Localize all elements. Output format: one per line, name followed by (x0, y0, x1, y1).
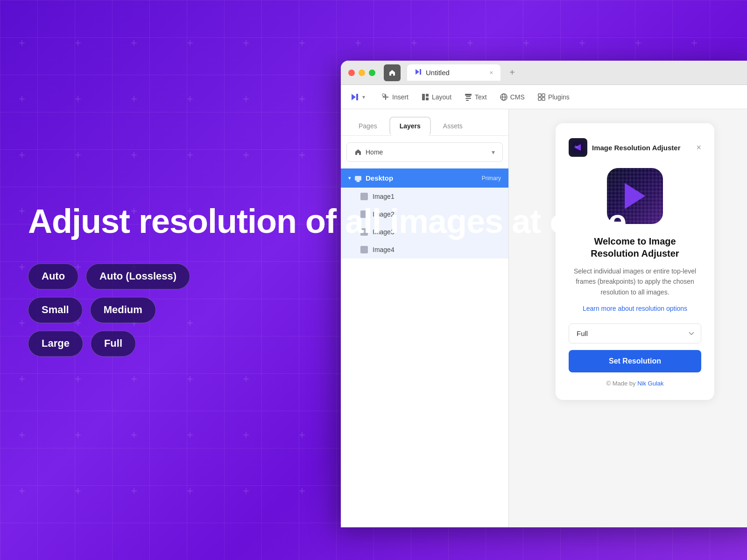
layout-label: Layout (432, 93, 451, 101)
traffic-light-yellow[interactable] (359, 70, 365, 76)
tab-pages[interactable]: Pages (348, 117, 388, 135)
layer-desktop-chevron: ▾ (348, 175, 351, 181)
svg-rect-1 (420, 69, 421, 75)
badge-row-3: Large Full (28, 331, 626, 357)
new-tab-button[interactable]: + (505, 66, 519, 80)
toolbar: ▾ Insert Layout Text CMS Plugins (341, 85, 747, 109)
image-icon (360, 193, 368, 200)
svg-rect-17 (538, 94, 541, 97)
svg-rect-28 (574, 147, 575, 147)
hero-title: Adjust resolution of all images at once (28, 203, 626, 240)
cms-button[interactable]: CMS (494, 90, 530, 104)
svg-rect-21 (355, 176, 361, 181)
badge-large: Large (28, 331, 83, 357)
browser-tab[interactable]: Untitled × (407, 64, 500, 81)
svg-rect-19 (538, 98, 541, 100)
svg-rect-22 (357, 181, 359, 182)
svg-marker-0 (416, 69, 419, 75)
dropdown-arrow-icon: ▾ (492, 148, 495, 156)
svg-rect-8 (426, 94, 429, 97)
svg-rect-11 (466, 96, 471, 97)
text-button[interactable]: Text (459, 90, 493, 104)
traffic-light-red[interactable] (348, 70, 355, 76)
svg-rect-6 (382, 94, 385, 96)
logo-chevron: ▾ (362, 94, 365, 100)
plugin-icon-box (569, 138, 587, 157)
badge-medium: Medium (90, 297, 156, 323)
home-dropdown-label: Home (366, 148, 383, 156)
svg-rect-26 (575, 146, 576, 147)
plugins-label: Plugins (548, 93, 570, 101)
svg-rect-18 (542, 94, 545, 97)
badge-auto: Auto (28, 264, 78, 290)
plugins-button[interactable]: Plugins (532, 90, 575, 104)
text-label: Text (475, 93, 487, 101)
svg-rect-27 (576, 147, 577, 147)
layer-image1-label: Image1 (373, 193, 395, 200)
home-dropdown[interactable]: Home ▾ (346, 142, 503, 162)
svg-rect-20 (542, 98, 545, 100)
insert-label: Insert (392, 93, 409, 101)
tab-close-button[interactable]: × (489, 69, 493, 76)
plugin-header: Image Resolution Adjuster × (569, 138, 701, 157)
footer-author-link[interactable]: Nik Gulak (637, 380, 663, 387)
svg-rect-9 (426, 98, 429, 100)
plugin-title-row: Image Resolution Adjuster (569, 138, 680, 157)
badge-list: Auto Auto (Lossless) Small Medium Large … (28, 264, 626, 357)
plugin-footer: © Made by Nik Gulak (606, 380, 663, 387)
svg-rect-7 (422, 94, 425, 100)
tab-assets[interactable]: Assets (433, 117, 473, 135)
svg-marker-2 (352, 94, 356, 100)
plugin-header-title: Image Resolution Adjuster (592, 144, 680, 152)
traffic-light-green[interactable] (369, 70, 375, 76)
tab-layers[interactable]: Layers (389, 117, 431, 136)
svg-rect-13 (466, 100, 469, 101)
badge-row-1: Auto Auto (Lossless) (28, 264, 626, 290)
plugin-close-button[interactable]: × (696, 143, 701, 153)
footer-text: © Made by (606, 380, 635, 387)
tab-favicon (415, 68, 422, 77)
layout-button[interactable]: Layout (416, 90, 457, 104)
badge-small: Small (28, 297, 83, 323)
title-bar: Untitled × + (341, 61, 747, 85)
svg-rect-23 (356, 182, 360, 182)
play-arrow-icon (625, 183, 645, 209)
svg-rect-10 (465, 94, 472, 96)
badge-full: Full (91, 331, 136, 357)
layer-desktop-label: Desktop (366, 174, 393, 182)
toolbar-logo[interactable]: ▾ (350, 92, 365, 102)
tab-title: Untitled (426, 69, 450, 77)
cms-label: CMS (510, 93, 525, 101)
svg-rect-5 (383, 97, 388, 98)
svg-rect-3 (356, 94, 358, 100)
panel-tabs: Pages Layers Assets (341, 109, 508, 136)
svg-rect-12 (465, 98, 471, 99)
badge-auto-lossless: Auto (Lossless) (86, 264, 190, 290)
insert-button[interactable]: Insert (376, 90, 414, 104)
hero-section: Adjust resolution of all images at once … (28, 203, 626, 357)
badge-row-2: Small Medium (28, 297, 626, 323)
layer-desktop[interactable]: ▾ Desktop Primary (341, 168, 508, 188)
traffic-lights (348, 70, 375, 76)
home-button[interactable] (384, 64, 401, 81)
primary-badge: Primary (482, 175, 501, 182)
